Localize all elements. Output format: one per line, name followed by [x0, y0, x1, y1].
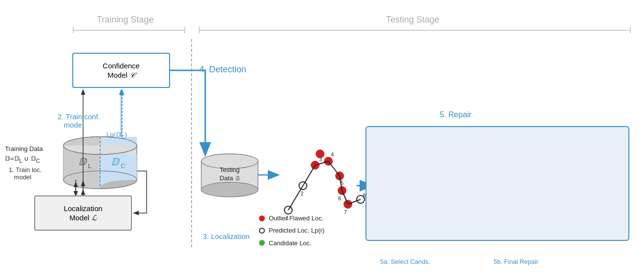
svg-point-34 — [324, 157, 332, 165]
localization-model-label: LocalizationModel ℒ — [64, 204, 102, 223]
candidate-label: Candidate Loc. — [269, 237, 311, 249]
training-stage-label: Training Stage — [97, 15, 153, 25]
svg-point-38 — [338, 187, 346, 194]
confidence-model-label: ConfidenceModel 𝒞 — [103, 61, 140, 80]
outlier-label: Outlier Flawed Loc. — [269, 213, 323, 224]
svg-line-49 — [342, 191, 348, 204]
predicted-dot — [259, 228, 265, 234]
svg-text:6: 6 — [338, 195, 341, 201]
svg-text:4: 4 — [331, 151, 334, 157]
svg-text:L: L — [88, 162, 91, 170]
svg-text:3: 3 — [319, 156, 322, 162]
svg-line-50 — [348, 199, 361, 204]
svg-line-45 — [303, 165, 315, 186]
step5-label: 5. Repair — [440, 110, 472, 119]
svg-point-13 — [64, 171, 137, 189]
confidence-model-box: ConfidenceModel 𝒞 — [72, 53, 170, 88]
svg-point-40 — [344, 200, 352, 208]
svg-line-44 — [288, 186, 303, 210]
svg-line-48 — [340, 176, 342, 191]
svg-line-47 — [328, 161, 340, 176]
training-data-line2: 𝔻=𝔻L ∪ 𝔻C — [5, 154, 43, 165]
testing-stage-label: Testing Stage — [386, 15, 439, 25]
repair-box — [365, 126, 629, 241]
step5a-label: 5a. Select Cands. — [380, 258, 430, 265]
svg-point-36 — [336, 172, 343, 180]
svg-point-9 — [64, 171, 137, 189]
svg-point-51 — [316, 150, 324, 158]
svg-text:𝔻: 𝔻 — [111, 156, 120, 167]
diagram-container: 𝔻 L 𝔻 C Testing Data 𝔖 — [0, 0, 644, 279]
svg-point-20 — [201, 182, 258, 197]
legend-candidate: Candidate Loc. — [259, 237, 324, 249]
step2-label: 2. Train conf. model — [58, 112, 100, 129]
svg-point-21 — [201, 154, 258, 169]
step4-label: 4. Detection — [199, 64, 246, 75]
step5b-label: 5b. Final Repair — [494, 258, 538, 265]
svg-text:7: 7 — [344, 209, 347, 215]
svg-line-46 — [315, 161, 328, 165]
candidate-dot — [259, 240, 265, 246]
svg-text:𝔻: 𝔻 — [78, 156, 87, 167]
svg-point-42 — [357, 195, 365, 203]
svg-text:Testing: Testing — [219, 166, 239, 173]
svg-text:C: C — [121, 162, 125, 170]
step3-label: 3. Localization — [203, 232, 250, 240]
localization-model-box: LocalizationModel ℒ — [34, 195, 132, 231]
outlier-dot — [259, 215, 265, 221]
svg-rect-8 — [64, 146, 137, 180]
predicted-label: Predicted Loc. Lp(r) — [269, 225, 324, 236]
training-data-line1: Training Data — [5, 144, 43, 154]
svg-point-18 — [201, 154, 258, 169]
legend-predicted: Predicted Loc. Lp(r) — [259, 225, 324, 236]
svg-text:2: 2 — [301, 191, 303, 196]
lp-dc-label: Lp(𝔻C) — [107, 131, 127, 140]
svg-point-32 — [311, 161, 319, 169]
legend: Outlier Flawed Loc. Predicted Loc. Lp(r)… — [259, 213, 324, 250]
legend-outlier: Outlier Flawed Loc. — [259, 213, 324, 224]
svg-point-30 — [299, 182, 307, 190]
svg-rect-19 — [201, 161, 258, 190]
svg-text:5: 5 — [341, 180, 343, 186]
svg-text:Data 𝔖: Data 𝔖 — [219, 174, 239, 182]
step1-label: 1. Train loc. model — [9, 166, 42, 181]
training-data-label: Training Data 𝔻=𝔻L ∪ 𝔻C — [5, 144, 43, 164]
